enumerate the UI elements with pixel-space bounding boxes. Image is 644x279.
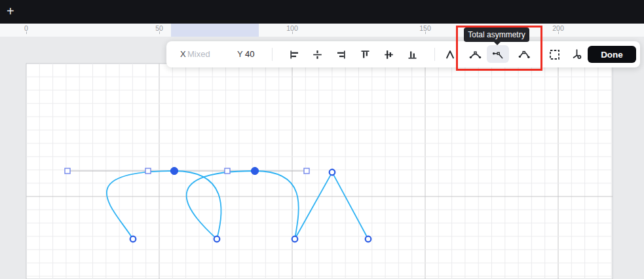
ruler-tick (26, 31, 27, 34)
align-center-vertical-icon[interactable] (381, 46, 396, 62)
align-center-horizontal-icon[interactable] (309, 46, 325, 62)
align-top-icon[interactable] (357, 46, 373, 62)
ruler-tick (292, 31, 293, 34)
handle-point[interactable] (304, 168, 309, 174)
handle-point[interactable] (145, 168, 151, 174)
path-node[interactable] (292, 236, 298, 242)
tooltip-text: Total asymmetry (468, 30, 525, 39)
align-left-icon[interactable] (286, 46, 302, 62)
marquee-select-icon[interactable] (546, 46, 562, 62)
align-bottom-icon[interactable] (404, 46, 420, 62)
selected-path-node[interactable] (170, 167, 178, 174)
x-coordinate-label: X (180, 41, 186, 67)
ruler-tick (425, 31, 426, 34)
selected-path-node[interactable] (251, 167, 258, 174)
ruler-selection-highlight (171, 24, 259, 37)
path-node[interactable] (214, 236, 220, 242)
path-node[interactable] (366, 236, 371, 242)
half-symmetry-icon[interactable] (516, 46, 532, 62)
path-edit-toolbar: X Mixed Y 40 (166, 41, 640, 67)
done-button[interactable]: Done (588, 46, 636, 63)
tooltip: Total asymmetry (464, 28, 529, 42)
path-node[interactable] (130, 236, 136, 242)
handle-point[interactable] (225, 168, 230, 174)
snip-path-icon[interactable] (569, 46, 584, 62)
vector-editor: + 050100150200 X Mixed Y 40 (0, 0, 644, 279)
total-asymmetry-icon[interactable] (490, 46, 506, 62)
add-icon[interactable]: + (7, 0, 14, 24)
top-bar: + (0, 0, 644, 24)
toolbar-divider (434, 48, 435, 61)
full-symmetry-icon[interactable] (467, 46, 483, 62)
y-coordinate-value[interactable]: 40 (245, 41, 254, 67)
ruler-tick (558, 31, 559, 34)
ruler-tick (159, 31, 160, 34)
tooltip-caret-icon (494, 42, 501, 45)
align-right-icon[interactable] (333, 46, 349, 62)
horizontal-ruler: 050100150200 (0, 24, 644, 37)
x-coordinate-value[interactable]: Mixed (187, 41, 210, 67)
handle-point[interactable] (65, 168, 70, 174)
path-node[interactable] (330, 170, 335, 176)
y-coordinate-label: Y (237, 41, 243, 67)
angle-node-icon[interactable] (442, 46, 458, 62)
toolbar-divider (272, 48, 273, 61)
